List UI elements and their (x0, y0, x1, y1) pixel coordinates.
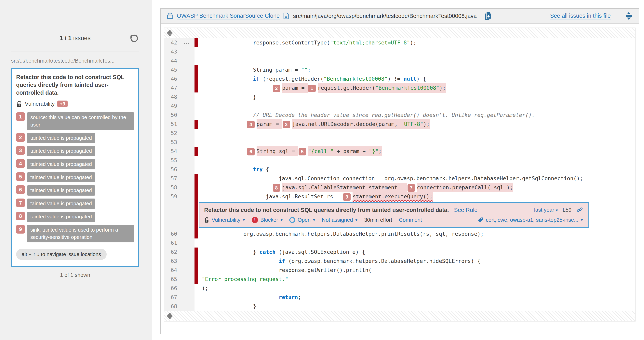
flow-location-number[interactable]: 1 (16, 112, 25, 121)
line-number-gutter[interactable]: 68 (164, 302, 194, 311)
flow-location-label[interactable]: sink: tainted value is used to perform a… (27, 225, 134, 242)
line-number[interactable]: 49 (171, 102, 177, 111)
line-number-gutter[interactable]: 45 (164, 65, 194, 74)
location-badge[interactable]: 8 (273, 184, 280, 192)
line-number-gutter[interactable]: 66 (164, 284, 194, 293)
line-number[interactable]: 43 (171, 47, 177, 56)
line-number[interactable]: 50 (171, 111, 177, 120)
line-number-gutter[interactable]: 67 (164, 293, 194, 302)
flow-location-number[interactable]: 9 (16, 225, 25, 234)
location-badge[interactable]: 6 (247, 148, 254, 156)
project-link[interactable]: OWASP Benchmark SonarSource Clone (177, 12, 280, 19)
issue-tags-dropdown[interactable]: cert, cwe, owasp-a1, sans-top25-inse...▾ (478, 217, 583, 223)
flow-location-number[interactable]: 5 (16, 172, 25, 181)
flow-location-label[interactable]: tainted value is propagated (27, 133, 95, 143)
flow-location-label[interactable]: tainted value is propagated (27, 198, 95, 209)
line-number-gutter[interactable]: 56 (164, 165, 194, 174)
flow-location-item[interactable]: 4tainted value is propagated (16, 159, 134, 170)
line-number-gutter[interactable]: 52 (164, 129, 194, 138)
line-number-gutter[interactable]: 46 (164, 74, 194, 83)
line-number-gutter[interactable]: 54 (164, 147, 194, 156)
pin-file-icon[interactable] (484, 12, 492, 20)
line-number-gutter[interactable]: 49 (164, 102, 194, 111)
flow-location-number[interactable]: 7 (16, 198, 25, 207)
expand-lines-above-row[interactable] (164, 28, 635, 38)
line-number[interactable]: 60 (171, 229, 177, 238)
line-number-gutter[interactable]: 42… (164, 38, 194, 47)
location-badge[interactable]: 7 (408, 184, 415, 192)
line-number-gutter[interactable]: 62 (164, 248, 194, 257)
reload-icon[interactable] (129, 33, 139, 43)
issue-type-dropdown[interactable]: Vulnerability▾ (204, 217, 245, 223)
location-badge[interactable]: 2 (273, 85, 280, 92)
issue-status-dropdown[interactable]: Open▾ (289, 217, 315, 223)
see-rule-link[interactable]: See Rule (454, 207, 478, 213)
flow-location-label[interactable]: tainted value is propagated (27, 185, 95, 195)
location-badge[interactable]: 5 (298, 148, 306, 156)
line-number[interactable]: 53 (171, 138, 177, 147)
line-number[interactable]: 45 (171, 65, 177, 74)
line-number-gutter[interactable]: 61 (164, 238, 194, 248)
line-number[interactable]: 57 (171, 174, 177, 183)
flow-location-item[interactable]: 6tainted value is propagated (16, 185, 134, 195)
line-number-gutter[interactable]: 44 (164, 56, 194, 65)
issue-card[interactable]: Refactor this code to not construct SQL … (11, 68, 139, 267)
location-badge[interactable]: 1 (308, 85, 316, 92)
line-number-gutter[interactable]: 51 (164, 120, 194, 129)
line-number-gutter[interactable]: 65 (164, 275, 194, 284)
line-number[interactable]: 51 (171, 120, 177, 129)
flow-location-item[interactable]: 3tainted value is propagated (16, 146, 134, 156)
comment-button[interactable]: Comment (399, 217, 422, 223)
flow-location-item[interactable]: 7tainted value is propagated (16, 198, 134, 209)
issue-assignee-dropdown[interactable]: Not assigned▾ (322, 217, 358, 223)
line-number[interactable]: 44 (171, 56, 177, 65)
line-number-gutter[interactable]: 53 (164, 138, 194, 147)
line-number-gutter[interactable]: 57 (164, 174, 194, 183)
line-number[interactable]: 62 (171, 248, 177, 257)
line-number[interactable]: 58 (171, 183, 177, 192)
line-number[interactable]: 46 (171, 74, 177, 83)
expand-down-icon[interactable] (166, 312, 173, 320)
line-number-gutter[interactable]: 58 (164, 183, 194, 192)
flow-location-number[interactable]: 4 (16, 159, 25, 168)
line-number-gutter[interactable]: 47 (164, 83, 194, 92)
location-badge[interactable]: 3 (282, 121, 290, 128)
flow-location-item[interactable]: 8tainted value is propagated (16, 212, 134, 222)
expand-file-icon[interactable] (625, 12, 633, 20)
line-number[interactable]: 67 (171, 293, 177, 302)
location-badge[interactable]: 4 (247, 121, 254, 128)
line-number-gutter[interactable]: 64 (164, 266, 194, 275)
line-number[interactable]: 54 (171, 147, 177, 156)
flow-count-badge[interactable]: +9 (57, 101, 68, 107)
expand-lines-below-row[interactable] (164, 311, 635, 321)
flow-location-item[interactable]: 9sink: tainted value is used to perform … (16, 225, 134, 242)
line-number[interactable]: 48 (171, 92, 177, 102)
line-number-gutter[interactable]: 60 (164, 229, 194, 238)
line-number[interactable]: 64 (171, 266, 177, 275)
line-number[interactable]: 65 (171, 275, 177, 284)
flow-location-label[interactable]: tainted value is propagated (27, 212, 95, 222)
location-badge[interactable]: 9 (343, 193, 350, 201)
flow-location-number[interactable]: 8 (16, 212, 25, 220)
expand-up-icon[interactable] (166, 29, 173, 37)
flow-location-item[interactable]: 1source: this value can be controlled by… (16, 112, 134, 130)
line-number[interactable]: 66 (171, 284, 177, 293)
line-number[interactable]: 56 (171, 165, 177, 174)
flow-location-number[interactable]: 6 (16, 185, 25, 194)
line-number[interactable]: 68 (171, 302, 177, 311)
line-number-gutter[interactable]: 63 (164, 257, 194, 266)
see-all-issues-link[interactable]: See all issues in this file (550, 12, 611, 19)
line-number-gutter[interactable]: 50 (164, 111, 194, 120)
line-number[interactable]: 63 (171, 257, 177, 266)
flow-location-number[interactable]: 2 (16, 133, 25, 142)
issue-card-title[interactable]: Refactor this code to not construct SQL … (16, 73, 134, 97)
flow-location-label[interactable]: source: this value can be controlled by … (27, 112, 134, 130)
issue-severity-dropdown[interactable]: ! Blocker▾ (252, 217, 282, 223)
line-number-gutter[interactable]: 43 (164, 47, 194, 56)
line-number-gutter[interactable]: 48 (164, 92, 194, 102)
line-number[interactable]: 55 (171, 156, 177, 165)
line-number-gutter[interactable]: 55 (164, 156, 194, 165)
line-number-gutter[interactable]: 59 (164, 192, 194, 201)
line-number[interactable]: 52 (171, 129, 177, 138)
flow-location-label[interactable]: tainted value is propagated (27, 159, 95, 170)
